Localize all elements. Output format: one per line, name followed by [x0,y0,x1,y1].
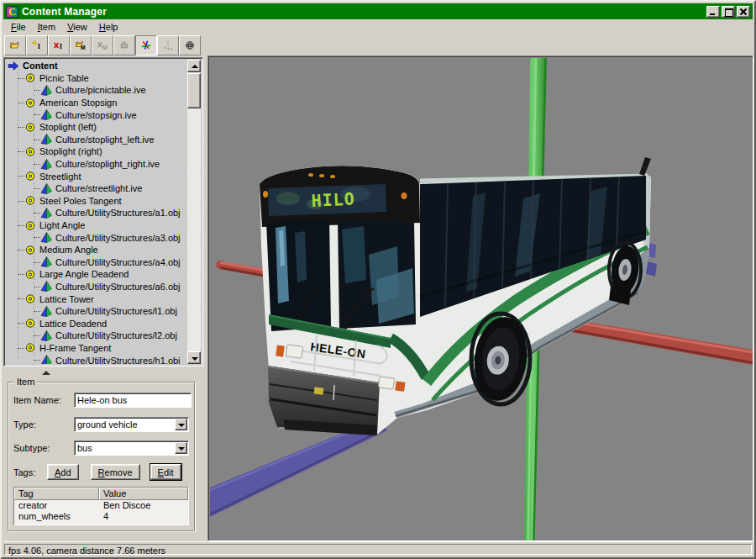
scrollbar-thumb[interactable] [187,73,201,108]
menu-bar: File Item View Help [3,20,753,34]
tree-item[interactable]: Culture/streetlight.ive [6,182,187,195]
tree-item-label: Culture/UtilityStructures/a3.obj [55,233,181,243]
tree-item[interactable]: Picnic Table [6,72,187,85]
delete-item-icon[interactable]: I I M M [48,35,70,55]
tree-item[interactable]: Culture/stoplight_left.ive [6,134,187,146]
scroll-up-icon[interactable] [187,60,201,72]
tree-item[interactable]: Lattice Tower [6,293,187,305]
tag-column-header[interactable]: Tag [14,488,99,500]
donut-icon [24,342,36,353]
status-bar: fps 4.06, camera distance 7.66 meters [3,541,753,556]
maximize-button[interactable] [722,6,735,18]
tag-cell: num_wheels [14,511,99,522]
tree-item-label: H-Frame Tangent [39,343,111,353]
tree-item[interactable]: Culture/UtilityStructures/a4.obj [6,256,187,269]
donut-icon [24,318,36,329]
tree-item[interactable]: American Stopsign [6,97,187,109]
menu-item[interactable]: File [5,21,32,33]
item-group-box: Item Item Name: Type: ground vehicle Sub… [8,382,195,531]
new-item-icon: I [32,39,42,52]
unload-model-icon[interactable]: I I M M [92,35,113,55]
tree-item[interactable]: Culture/UtilityStructures/l2.obj [6,330,187,342]
add-tag-button[interactable]: Add [47,464,79,480]
delete-item-icon: I [54,39,64,52]
tree-item[interactable]: Stoplight (right) [6,145,187,158]
edit-tag-button[interactable]: Edit [150,464,181,480]
tree-item[interactable]: Culture/picnictable.ive [6,84,187,97]
value-column-header[interactable]: Value [99,488,188,500]
chevron-down-icon[interactable] [175,442,187,454]
item-group-label: Item [14,377,37,387]
table-row[interactable]: creator Ben Discoe [14,500,188,511]
pyramid-icon [40,355,52,364]
close-button[interactable] [737,6,750,18]
menu-item[interactable]: Item [32,21,61,33]
paste-model-icon[interactable]: I I M M [113,35,135,55]
tree-item-label: Culture/picnictable.ive [55,85,146,95]
tree-item-label: Content [23,61,58,71]
status-text: fps 4.06, camera distance 7.66 meters [4,544,752,555]
minimize-button[interactable] [706,6,720,18]
axes-icon[interactable]: I I M M [135,35,157,55]
tags-table-body: creator Ben Discoe num_wheels 4 [14,500,188,522]
item-name-input[interactable] [74,393,192,408]
front-wheel [470,314,532,404]
pyramid-icon [40,306,52,317]
splitter-collapse-icon[interactable] [42,371,50,375]
tree-item[interactable]: Culture/stoplight_right.ive [6,158,187,171]
ruler-icon[interactable]: I I M M [157,35,179,55]
viewport-3d[interactable]: HILO [207,55,753,541]
tree-item[interactable]: Streetlight [6,170,187,182]
tags-table: Tag Value creator Ben Discoe num_wheels … [13,487,189,525]
tree-item[interactable]: Culture/UtilityStructures/a3.obj [6,231,187,244]
wireframe-box-icon[interactable]: I I M M [179,35,201,55]
tree-item[interactable]: Culture/UtilityStructures/l1.obj [6,305,187,318]
app-icon: C [6,6,18,18]
remove-tag-button[interactable]: Remove [91,464,140,480]
donut-icon [24,293,36,304]
tree-item-label: Light Angle [39,220,85,230]
tree-item-label: Culture/stopsign.ive [55,110,137,120]
tags-label: Tags: [13,467,47,477]
table-row[interactable]: num_wheels 4 [14,511,188,522]
load-model-icon[interactable]: I I M M [70,35,92,55]
tree-item-label: American Stopsign [39,98,117,108]
tree-item[interactable]: Content [6,60,187,72]
chevron-down-icon[interactable] [175,419,187,430]
subtype-select[interactable]: bus [74,440,189,456]
tree-item[interactable]: Large Angle Deadend [6,268,187,281]
tree-item-label: Culture/UtilityStructures/l2.obj [55,330,177,340]
tree-item-label: Streetlight [39,171,81,182]
tree-item-label: Steel Poles Tangent [39,196,122,206]
pyramid-icon [40,183,52,194]
tree-item[interactable]: Steel Poles Tangent [6,195,187,208]
wireframe-box-icon [185,39,195,52]
tree-item-label: Culture/UtilityStructures/l1.obj [55,306,177,316]
content-tree-panel: Content [3,57,203,367]
tree-item[interactable]: Culture/UtilityStructures/a1.obj [6,207,187,219]
scroll-down-icon[interactable] [187,351,201,364]
menu-item[interactable]: View [61,21,93,33]
tree-scrollbar[interactable] [187,60,201,364]
tree-item-label: Culture/streetlight.ive [55,183,142,193]
tree-item[interactable]: Culture/UtilityStructures/h1.obj [6,354,187,364]
tree-item[interactable]: Light Angle [6,219,187,232]
donut-icon [24,146,36,157]
type-select[interactable]: ground vehicle [74,417,189,432]
open-folder-icon[interactable]: I I M M [4,35,26,55]
new-item-icon[interactable]: I I M M [26,35,48,55]
tree-item-label: Medium Angle [39,245,98,255]
tree-item[interactable]: H-Frame Tangent [6,342,187,355]
tree-item[interactable]: Stoplight (left) [6,121,187,134]
axes-icon [141,39,151,52]
menu-item[interactable]: Help [93,21,124,33]
subtype-value: bus [77,443,92,453]
item-name-label: Item Name: [13,395,74,405]
tree-item[interactable]: Lattice Deadend [6,317,187,330]
tree-item[interactable]: Medium Angle [6,244,187,256]
ruler-icon [163,39,173,52]
donut-icon [24,171,36,182]
destination-text: HILO [311,188,355,211]
tree-item[interactable]: Culture/stopsign.ive [6,108,187,121]
tree-item[interactable]: Culture/UtilityStructures/a6.obj [6,281,187,293]
